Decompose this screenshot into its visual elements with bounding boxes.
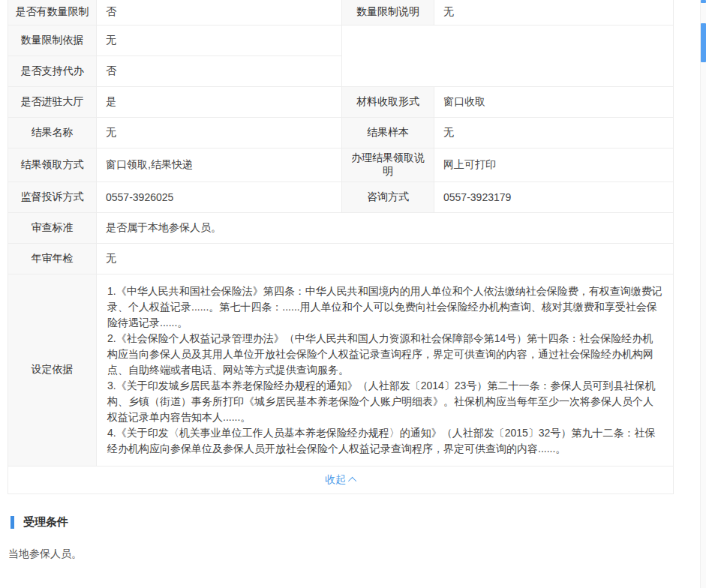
table-row: 结果领取方式 窗口领取,结果快递 办理结果领取说明 网上可打印	[8, 148, 674, 182]
field-value-complaint-phone: 0557-3926025	[97, 182, 342, 212]
field-value-quantity-limit: 否	[97, 0, 342, 25]
field-value-in-hall: 是	[97, 86, 342, 117]
field-label-annual-review: 年审年检	[8, 243, 97, 274]
field-label-review-standard: 审查标准	[8, 212, 97, 243]
table-row: 是否进驻大厅 是 材料收取形式 窗口收取	[8, 86, 674, 117]
field-label-consult-phone: 咨询方式	[342, 182, 434, 212]
section-header-acceptance-conditions: 受理条件	[11, 515, 68, 530]
collapse-button[interactable]: 收起	[325, 473, 356, 487]
field-value-result-name: 无	[97, 117, 342, 148]
service-detail-page: 是否有数量限制 否 数量限制说明 无 数量限制依据 无 是否支持代办 否 是否进…	[0, 0, 706, 588]
field-value-review-standard: 是否属于本地参保人员。	[97, 212, 674, 243]
field-value-annual-review: 无	[97, 243, 674, 274]
legal-basis-item: 2.《社会保险个人权益记录管理办法》（中华人民共和国人力资源和社会保障部令第14…	[107, 331, 662, 378]
field-value-result-sample: 无	[434, 117, 674, 148]
field-label-quantity-limit-basis: 数量限制依据	[8, 25, 97, 56]
collapse-button-label: 收起	[325, 473, 346, 485]
field-label-agent-support: 是否支持代办	[8, 56, 97, 86]
scrollbar-thumb-fragment[interactable]	[701, 0, 706, 3]
field-value-result-pickup-note: 网上可打印	[434, 148, 674, 182]
field-value-legal-basis: 1.《中华人民共和国社会保险法》第四条：中华人民共和国境内的用人单位和个人依法缴…	[97, 274, 674, 466]
section-title: 受理条件	[23, 515, 68, 530]
table-row: 监督投诉方式 0557-3926025 咨询方式 0557-3923179	[8, 182, 674, 212]
table-row: 是否有数量限制 否 数量限制说明 无	[8, 0, 674, 25]
field-label-result-name: 结果名称	[8, 117, 97, 148]
legal-basis-item: 3.《关于印发城乡居民基本养老保险经办规程的通知》（人社部发〔2014〕23号）…	[107, 378, 662, 425]
field-label-legal-basis: 设定依据	[8, 274, 97, 466]
table-row: 收起	[8, 466, 674, 494]
table-row: 结果名称 无 结果样本 无	[8, 117, 674, 148]
field-label-result-sample: 结果样本	[342, 117, 434, 148]
field-value-consult-phone: 0557-3923179	[434, 182, 674, 212]
table-row: 数量限制依据 无	[8, 25, 674, 56]
field-label-quantity-limit: 是否有数量限制	[8, 0, 97, 25]
scrollbar-track[interactable]	[700, 0, 706, 588]
legal-basis-item: 4.《关于印发〈机关事业单位工作人员基本养老保险经办规程〉的通知》（人社部发〔2…	[107, 425, 662, 457]
table-row: 设定依据 1.《中华人民共和国社会保险法》第四条：中华人民共和国境内的用人单位和…	[8, 274, 674, 466]
field-value-quantity-limit-basis: 无	[97, 25, 342, 56]
field-label-result-pickup-note: 办理结果领取说明	[342, 148, 434, 182]
field-label-material-collection: 材料收取形式	[342, 86, 434, 117]
empty-cell	[342, 25, 674, 86]
table-row: 审查标准 是否属于本地参保人员。	[8, 212, 674, 243]
section-title-bar	[11, 516, 14, 529]
service-info-table: 是否有数量限制 否 数量限制说明 无 数量限制依据 无 是否支持代办 否 是否进…	[8, 0, 674, 494]
chevron-up-icon	[348, 476, 356, 484]
legal-basis-item: 1.《中华人民共和国社会保险法》第四条：中华人民共和国境内的用人单位和个人依法缴…	[107, 284, 662, 331]
field-label-in-hall: 是否进驻大厅	[8, 86, 97, 117]
field-value-material-collection: 窗口收取	[434, 86, 674, 117]
scrollbar-thumb[interactable]	[701, 23, 706, 62]
field-value-agent-support: 否	[97, 56, 342, 86]
field-label-complaint-phone: 监督投诉方式	[8, 182, 97, 212]
collapse-row: 收起	[8, 466, 674, 494]
acceptance-conditions-text: 当地参保人员。	[8, 548, 82, 561]
field-label-result-pickup: 结果领取方式	[8, 148, 97, 182]
table-row: 年审年检 无	[8, 243, 674, 274]
field-label-quantity-limit-note: 数量限制说明	[342, 0, 434, 25]
field-value-quantity-limit-note: 无	[434, 0, 674, 25]
field-value-result-pickup: 窗口领取,结果快递	[97, 148, 342, 182]
